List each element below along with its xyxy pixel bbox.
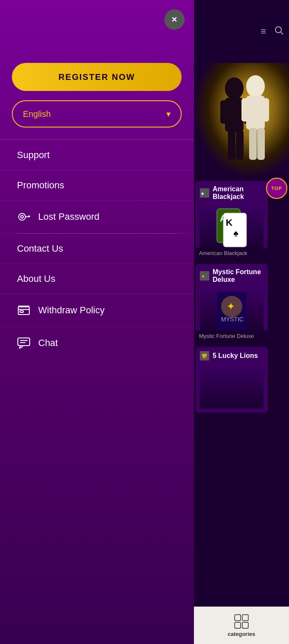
svg-text:♠: ♠ — [201, 190, 204, 196]
close-button[interactable]: × — [164, 9, 185, 30]
top-badge-text: TOP — [271, 186, 282, 191]
svg-text:✦: ✦ — [227, 301, 235, 312]
game-icon-5-lucky-lions: 🦁 — [200, 351, 209, 360]
bottom-bar[interactable]: categories — [194, 607, 289, 644]
withdraw-icon — [17, 304, 31, 317]
svg-rect-44 — [18, 338, 30, 346]
menu-item-lost-password[interactable]: Lost Password — [0, 201, 194, 233]
game-card-inner: ♠ American Blackjack A ♥ K ♠ — [196, 181, 268, 247]
svg-text:✦: ✦ — [201, 274, 205, 279]
game-icon-american-blackjack: ♠ — [200, 188, 209, 198]
svg-rect-31 — [235, 615, 241, 621]
svg-rect-12 — [261, 98, 269, 122]
key-icon — [17, 210, 31, 224]
svg-line-1 — [281, 32, 283, 35]
svg-text:MYSTIC: MYSTIC — [221, 316, 244, 323]
search-icon[interactable] — [274, 25, 284, 38]
language-label: English — [23, 109, 51, 119]
sports-image-inner — [194, 63, 289, 178]
svg-rect-32 — [242, 615, 248, 621]
svg-text:🦁: 🦁 — [201, 352, 208, 360]
menu-item-promotions[interactable]: Promotions — [0, 170, 194, 201]
menu-item-label-about-us: About Us — [17, 273, 56, 284]
left-menu: × REGISTER NOW English ▾ Support Promoti… — [0, 0, 194, 644]
game-card-inner-3: 🦁 5 Lucky Lions — [196, 347, 268, 413]
game-title-american-blackjack: American Blackjack — [213, 185, 264, 201]
menu-divider-top — [0, 139, 194, 140]
menu-item-chat[interactable]: Chat — [0, 327, 194, 359]
menu-item-label-chat: Chat — [38, 338, 58, 349]
svg-text:K: K — [226, 217, 233, 228]
game-card-5-lucky-lions[interactable]: 🦁 5 Lucky Lions — [196, 347, 268, 413]
svg-point-36 — [21, 216, 23, 218]
svg-text:♠: ♠ — [233, 228, 238, 238]
menu-item-support[interactable]: Support — [0, 140, 194, 170]
game-title-mystic-fortune: Mystic Fortune Deluxe — [213, 268, 264, 284]
sports-image — [194, 63, 289, 178]
menu-item-label-lost-password: Lost Password — [38, 211, 99, 222]
hamburger-icon[interactable]: ≡ — [261, 26, 266, 37]
categories-label: categories — [227, 631, 255, 637]
svg-point-35 — [19, 213, 25, 220]
svg-point-0 — [275, 27, 281, 33]
menu-item-label-contact-us: Contact Us — [17, 243, 63, 254]
menu-item-withdraw-policy[interactable]: Withdraw Policy — [0, 294, 194, 327]
svg-rect-5 — [220, 100, 229, 124]
svg-rect-7 — [228, 130, 236, 160]
menu-item-label-withdraw-policy: Withdraw Policy — [38, 305, 104, 316]
svg-rect-33 — [235, 622, 241, 628]
top-badge: TOP — [266, 178, 287, 199]
svg-rect-8 — [236, 130, 244, 160]
menu-item-label-promotions: Promotions — [17, 180, 64, 191]
game-icon-mystic-fortune: ✦ — [200, 271, 209, 281]
svg-rect-13 — [249, 128, 257, 160]
menu-item-about-us[interactable]: About Us — [0, 264, 194, 294]
svg-rect-42 — [20, 311, 23, 312]
game-card-mystic-fortune-deluxe[interactable]: ✦ Mystic Fortune Deluxe ✦ MYSTIC Mystic … — [196, 264, 268, 342]
svg-point-3 — [225, 77, 244, 99]
svg-rect-11 — [241, 98, 250, 122]
games-area: ♠ American Blackjack A ♥ K ♠ American Bl… — [194, 178, 289, 421]
categories-icon — [234, 614, 249, 629]
chevron-down-icon: ▾ — [166, 109, 171, 119]
menu-item-label-support: Support — [17, 150, 50, 161]
game-card-inner-2: ✦ Mystic Fortune Deluxe ✦ MYSTIC — [196, 264, 268, 330]
svg-point-9 — [246, 75, 265, 97]
register-label: REGISTER NOW — [59, 72, 135, 82]
close-icon: × — [172, 15, 177, 24]
game-title-5-lucky-lions: 5 Lucky Lions — [213, 352, 264, 360]
menu-items: Support Promotions Lost Password Con — [0, 140, 194, 359]
svg-rect-14 — [257, 128, 265, 160]
game-card-american-blackjack[interactable]: ♠ American Blackjack A ♥ K ♠ American Bl… — [196, 181, 268, 259]
language-selector[interactable]: English ▾ — [12, 100, 182, 128]
chat-icon — [17, 336, 31, 350]
register-button[interactable]: REGISTER NOW — [12, 63, 182, 91]
menu-item-contact-us[interactable]: Contact Us — [0, 234, 194, 264]
svg-rect-34 — [242, 622, 248, 628]
